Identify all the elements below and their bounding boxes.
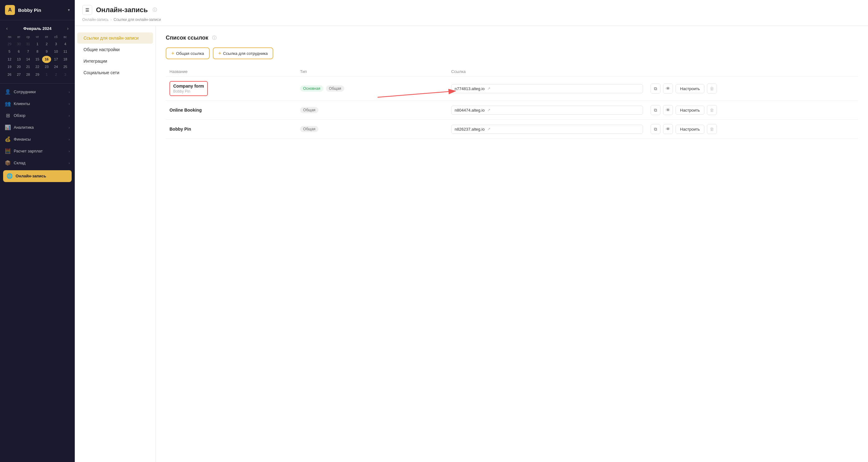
finances-icon: 💰 (5, 137, 10, 142)
configure-button-2[interactable]: Настроить (676, 106, 705, 115)
cal-dayname-mon: пн (5, 35, 14, 39)
add-general-link-button[interactable]: + Общая ссылка (166, 48, 210, 59)
sidebar-item-clients[interactable]: 👥 Клиенты › (0, 98, 75, 110)
copy-link-button-1[interactable]: ⧉ (651, 84, 660, 93)
cal-day[interactable]: 19 (5, 63, 14, 70)
sidebar: A Bobby Pin ▾ ‹ Февраль 2024 › пн вт ср … (0, 0, 75, 462)
cal-day[interactable]: 1 (42, 71, 51, 78)
copy-icon: ⧉ (654, 126, 657, 132)
cell-type-1: Основная Общая (296, 77, 447, 101)
cal-day[interactable]: 29 (33, 71, 42, 78)
cal-day[interactable]: 28 (24, 71, 33, 78)
cal-day[interactable]: 22 (33, 63, 42, 70)
cell-actions-2: ⧉ 👁 Настроить 🗑 (647, 101, 858, 120)
cal-day[interactable]: 30 (14, 40, 23, 48)
add-employee-link-button[interactable]: + Ссылка для сотрудника (213, 48, 274, 59)
configure-button-1[interactable]: Настроить (676, 84, 705, 93)
warehouse-icon: 📦 (5, 160, 10, 166)
menu-toggle-button[interactable]: ☰ (82, 5, 92, 15)
cal-day[interactable]: 1 (33, 40, 42, 48)
cal-day[interactable]: 18 (61, 56, 70, 63)
copy-link-button-2[interactable]: ⧉ (651, 105, 660, 115)
preview-link-button-1[interactable]: 👁 (663, 84, 673, 93)
calendar-days: 29 30 31 1 2 3 4 5 6 7 8 9 10 11 12 13 1… (5, 40, 70, 78)
sidebar-item-overview[interactable]: ⊞ Обзор › (0, 110, 75, 122)
cal-day[interactable]: 26 (5, 71, 14, 78)
chevron-down-icon: › (68, 126, 70, 129)
main-content: ☰ Онлайн-запись ⓘ Онлайн-запись › Ссылки… (75, 0, 868, 462)
sidebar-item-online-booking[interactable]: 🌐 Онлайн-запись (3, 170, 72, 182)
cal-day[interactable]: 17 (52, 56, 60, 63)
add-employee-link-label: Ссылка для сотрудника (223, 51, 268, 56)
side-nav-item-social[interactable]: Социальные сети (77, 67, 153, 78)
cal-day[interactable]: 21 (24, 63, 33, 70)
sidebar-item-label: Аналитика (14, 125, 65, 130)
cal-day[interactable]: 14 (24, 56, 33, 63)
breadcrumb-home-link[interactable]: Онлайн-запись (82, 18, 109, 22)
employees-icon: 👤 (5, 89, 10, 95)
cell-name-1: Company form Bobby Pin (166, 77, 296, 101)
cal-day[interactable]: 20 (14, 63, 23, 70)
cal-day[interactable]: 7 (24, 48, 33, 55)
calendar-prev-button[interactable]: ‹ (5, 25, 9, 31)
delete-button-3[interactable]: 🗑 (707, 124, 717, 134)
badge-general-2: Общая (300, 107, 318, 113)
page-title: Онлайн-запись (96, 6, 148, 14)
row-actions-1: ⧉ 👁 Настроить 🗑 (651, 84, 854, 93)
cal-day[interactable]: 8 (33, 48, 42, 55)
cal-day-today[interactable]: 16 (42, 56, 51, 63)
external-link-icon: ↗ (487, 108, 490, 112)
cal-day[interactable]: 2 (52, 71, 60, 78)
copy-link-button-3[interactable]: ⧉ (651, 124, 660, 134)
cal-day[interactable]: 4 (61, 40, 70, 48)
delete-button-2[interactable]: 🗑 (707, 105, 717, 115)
sidebar-item-warehouse[interactable]: 📦 Склад › (0, 157, 75, 169)
calendar-section: ‹ Февраль 2024 › пн вт ср чт пт сб вс 29… (0, 20, 75, 84)
side-nav-item-settings[interactable]: Общие настройки (77, 44, 153, 55)
cal-day[interactable]: 9 (42, 48, 51, 55)
trash-icon: 🗑 (710, 86, 714, 91)
cell-link-3: n826237.alteg.io ↗ (447, 120, 647, 139)
col-type: Тип (296, 67, 447, 77)
links-info-icon[interactable]: ⓘ (212, 35, 217, 41)
cal-day[interactable]: 24 (52, 63, 60, 70)
side-nav-item-links[interactable]: Ссылки для онлайн-записи (77, 32, 153, 44)
delete-button-1[interactable]: 🗑 (707, 84, 717, 93)
preview-link-button-2[interactable]: 👁 (663, 105, 673, 115)
cal-day[interactable]: 3 (61, 71, 70, 78)
cal-day[interactable]: 5 (5, 48, 14, 55)
cell-link-2: n804474.alteg.io ↗ (447, 101, 647, 120)
cal-day[interactable]: 6 (14, 48, 23, 55)
cal-day[interactable]: 2 (42, 40, 51, 48)
cal-day[interactable]: 23 (42, 63, 51, 70)
cal-day[interactable]: 12 (5, 56, 14, 63)
sidebar-item-employees[interactable]: 👤 Сотрудники › (0, 86, 75, 98)
cal-day[interactable]: 29 (5, 40, 14, 48)
sidebar-item-analytics[interactable]: 📊 Аналитика › (0, 122, 75, 134)
trash-icon: 🗑 (710, 126, 714, 132)
eye-icon: 👁 (666, 126, 670, 132)
link-name-3: Bobby Pin (169, 126, 292, 132)
cal-day[interactable]: 31 (24, 40, 33, 48)
sidebar-item-finances[interactable]: 💰 Финансы › (0, 134, 75, 145)
cell-name-2: Online Booking (166, 101, 296, 120)
sidebar-item-payroll[interactable]: 🧮 Расчет зарплат › (0, 145, 75, 157)
calendar-next-button[interactable]: › (66, 25, 70, 31)
info-icon[interactable]: ⓘ (153, 7, 157, 13)
copy-icon: ⧉ (654, 86, 657, 91)
cal-day[interactable]: 10 (52, 48, 60, 55)
cal-day[interactable]: 11 (61, 48, 70, 55)
cal-day[interactable]: 15 (33, 56, 42, 63)
cal-day[interactable]: 3 (52, 40, 60, 48)
link-url-1: n774813.alteg.io ↗ (451, 84, 643, 93)
app-name: Bobby Pin (18, 7, 41, 13)
row-actions-2: ⧉ 👁 Настроить 🗑 (651, 105, 854, 115)
sidebar-logo[interactable]: A Bobby Pin ▾ (0, 0, 75, 20)
side-nav-item-integrations[interactable]: Интеграции (77, 56, 153, 67)
cal-day[interactable]: 13 (14, 56, 23, 63)
configure-button-3[interactable]: Настроить (676, 125, 705, 134)
cal-day[interactable]: 25 (61, 63, 70, 70)
preview-link-button-3[interactable]: 👁 (663, 124, 673, 134)
cal-day[interactable]: 27 (14, 71, 23, 78)
cal-dayname-wed: ср (23, 35, 33, 39)
